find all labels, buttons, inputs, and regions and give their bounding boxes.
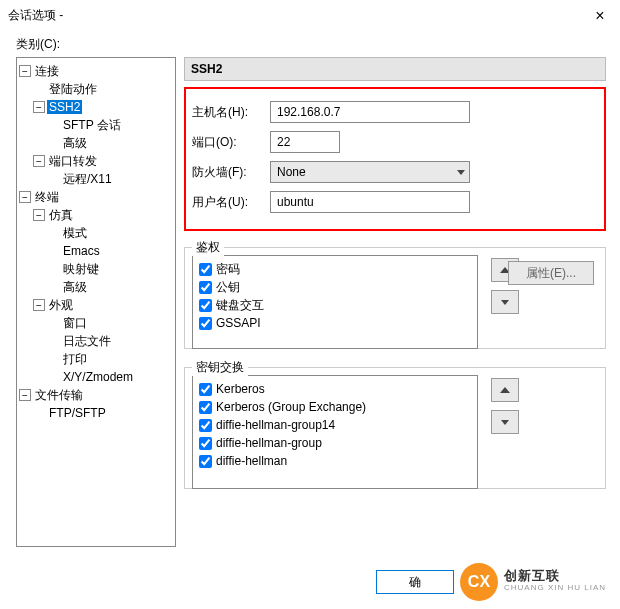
auth-checkbox[interactable] <box>199 263 212 276</box>
tree-node-mapkeys[interactable]: 映射键 <box>61 261 101 278</box>
kex-item: Kerberos <box>197 380 473 398</box>
category-label: 类别(C): <box>0 30 620 57</box>
kex-item: diffie-hellman <box>197 452 473 470</box>
port-input[interactable] <box>270 131 340 153</box>
tree-node-terminal[interactable]: 终端 <box>33 189 61 206</box>
collapse-icon[interactable]: − <box>19 65 31 77</box>
username-input[interactable] <box>270 191 470 213</box>
auth-item: GSSAPI <box>197 314 473 332</box>
kex-group-title: 密钥交换 <box>192 359 248 376</box>
tree-node-emacs[interactable]: Emacs <box>61 244 102 258</box>
kex-checkbox[interactable] <box>199 401 212 414</box>
logo-icon: CX <box>460 563 498 601</box>
ok-button[interactable]: 确 <box>376 570 454 594</box>
collapse-icon[interactable]: − <box>33 101 45 113</box>
tree-node-login[interactable]: 登陆动作 <box>47 81 99 98</box>
tree-node-filetransfer[interactable]: 文件传输 <box>33 387 85 404</box>
auth-checkbox[interactable] <box>199 317 212 330</box>
tree-node-ftp-sftp[interactable]: FTP/SFTP <box>47 406 108 420</box>
tree-node-advanced[interactable]: 高级 <box>61 135 89 152</box>
hostname-label: 主机名(H): <box>192 104 270 121</box>
titlebar: 会话选项 - × <box>0 0 620 30</box>
auth-item: 密码 <box>197 260 473 278</box>
kex-checkbox[interactable] <box>199 419 212 432</box>
highlight-box: 主机名(H): 端口(O): 防火墙(F): None 用户名(U): <box>184 87 606 231</box>
collapse-icon[interactable]: − <box>33 209 45 221</box>
auth-group: 鉴权 密码 公钥 键盘交互 GSSAPI 属性(E)... <box>184 239 606 349</box>
kex-item: Kerberos (Group Exchange) <box>197 398 473 416</box>
collapse-icon[interactable]: − <box>19 191 31 203</box>
auth-item: 键盘交互 <box>197 296 473 314</box>
collapse-icon[interactable]: − <box>33 299 45 311</box>
brand-cn: 创新互联 <box>504 570 606 582</box>
tree-node-emulation[interactable]: 仿真 <box>47 207 75 224</box>
tree-node-sftp-session[interactable]: SFTP 会话 <box>61 117 123 134</box>
auth-listbox[interactable]: 密码 公钥 键盘交互 GSSAPI <box>192 255 478 349</box>
properties-button[interactable]: 属性(E)... <box>508 261 594 285</box>
move-down-button[interactable] <box>491 410 519 434</box>
tree-node-ssh2[interactable]: SSH2 <box>47 100 82 114</box>
bottom-bar: 确 CX 创新互联 CHUANG XIN HU LIAN <box>376 563 606 601</box>
kex-item: diffie-hellman-group14 <box>197 416 473 434</box>
move-up-button[interactable] <box>491 378 519 402</box>
tree-node-xyzmodem[interactable]: X/Y/Zmodem <box>61 370 135 384</box>
collapse-icon[interactable]: − <box>19 389 31 401</box>
firewall-value: None <box>277 165 306 179</box>
tree-node-logfile[interactable]: 日志文件 <box>61 333 113 350</box>
brand-en: CHUANG XIN HU LIAN <box>504 582 606 594</box>
auth-group-title: 鉴权 <box>192 239 224 256</box>
auth-item: 公钥 <box>197 278 473 296</box>
auth-checkbox[interactable] <box>199 281 212 294</box>
tree-node-connection[interactable]: 连接 <box>33 63 61 80</box>
auth-checkbox[interactable] <box>199 299 212 312</box>
tree-node-portfwd[interactable]: 端口转发 <box>47 153 99 170</box>
move-down-button[interactable] <box>491 290 519 314</box>
logo-text: 创新互联 CHUANG XIN HU LIAN <box>504 570 606 594</box>
arrow-down-icon <box>501 420 509 425</box>
port-label: 端口(O): <box>192 134 270 151</box>
username-label: 用户名(U): <box>192 194 270 211</box>
category-tree[interactable]: −连接 登陆动作 −SSH2 SFTP 会话 高级 −端口转发 远程/X11 −… <box>16 57 176 547</box>
tree-node-remote-x11[interactable]: 远程/X11 <box>61 171 114 188</box>
kex-checkbox[interactable] <box>199 383 212 396</box>
firewall-select[interactable]: None <box>270 161 470 183</box>
tree-node-mode[interactable]: 模式 <box>61 225 89 242</box>
window-title: 会话选项 - <box>8 7 63 24</box>
kex-group: 密钥交换 Kerberos Kerberos (Group Exchange) … <box>184 359 606 489</box>
kex-item: diffie-hellman-group <box>197 434 473 452</box>
close-icon[interactable]: × <box>590 6 610 26</box>
tree-node-window[interactable]: 窗口 <box>61 315 89 332</box>
arrow-down-icon <box>501 300 509 305</box>
tree-node-appearance[interactable]: 外观 <box>47 297 75 314</box>
chevron-down-icon <box>457 170 465 175</box>
firewall-label: 防火墙(F): <box>192 164 270 181</box>
kex-checkbox[interactable] <box>199 437 212 450</box>
collapse-icon[interactable]: − <box>33 155 45 167</box>
kex-listbox[interactable]: Kerberos Kerberos (Group Exchange) diffi… <box>192 375 478 489</box>
tree-node-advanced[interactable]: 高级 <box>61 279 89 296</box>
tree-node-print[interactable]: 打印 <box>61 351 89 368</box>
arrow-up-icon <box>500 387 510 393</box>
hostname-input[interactable] <box>270 101 470 123</box>
kex-checkbox[interactable] <box>199 455 212 468</box>
section-title: SSH2 <box>184 57 606 81</box>
